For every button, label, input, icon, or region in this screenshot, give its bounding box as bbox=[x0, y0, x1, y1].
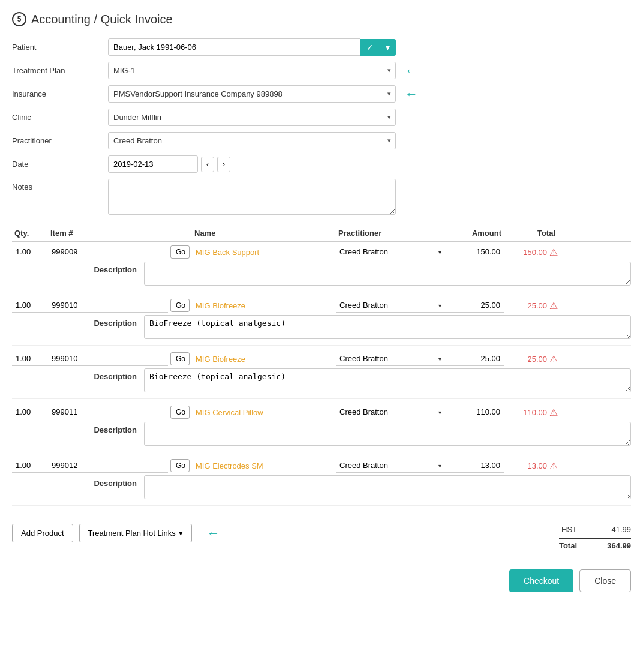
amount-input[interactable] bbox=[444, 352, 504, 366]
notes-textarea[interactable] bbox=[108, 179, 396, 215]
item-input[interactable] bbox=[48, 298, 168, 313]
header-total: Total bbox=[504, 229, 558, 238]
form-section: Patient ✓ ▾ Treatment Plan MIG-1 ▾ bbox=[12, 38, 631, 217]
line-item-3: Go MIG Cervical Pillow Creed Bratton ▾ 1… bbox=[12, 405, 631, 452]
practitioner-select[interactable]: Creed Bratton bbox=[336, 405, 444, 419]
item-name: MIG Electrodes SM bbox=[192, 459, 336, 473]
hotlinks-label: Treatment Plan Hot Links bbox=[88, 529, 176, 538]
header-item: Item # bbox=[48, 229, 168, 238]
close-button[interactable]: Close bbox=[579, 569, 631, 592]
footer-right: HST 41.99 Total 364.99 bbox=[559, 524, 631, 551]
item-input[interactable] bbox=[48, 352, 168, 366]
line-item-1: Go MIG Biofreeze Creed Bratton ▾ 25.00 ⚠… bbox=[12, 298, 631, 346]
date-prev-button[interactable]: ‹ bbox=[201, 157, 214, 172]
remove-button[interactable]: ⚠ bbox=[549, 353, 558, 365]
footer-section: Add Product Treatment Plan Hot Links ▾ ←… bbox=[12, 518, 631, 551]
remove-button[interactable]: ⚠ bbox=[549, 460, 558, 472]
total-row: Total 364.99 bbox=[559, 538, 631, 551]
description-row: Description bbox=[12, 422, 631, 452]
practitioner-select[interactable]: Creed Bratton bbox=[336, 458, 444, 473]
notes-label: Notes bbox=[12, 179, 108, 191]
header-qty: Qty. bbox=[12, 229, 48, 238]
total-label: Total bbox=[559, 541, 577, 550]
practitioner-select[interactable]: Creed Bratton bbox=[336, 245, 444, 259]
go-button[interactable]: Go bbox=[170, 299, 190, 312]
total-value: 25.00 bbox=[527, 355, 547, 364]
header-amount: Amount bbox=[444, 229, 504, 238]
patient-control: ✓ ▾ bbox=[108, 38, 396, 56]
practitioner-select[interactable]: Creed Bratton bbox=[108, 132, 396, 149]
item-name: MIG Biofreeze bbox=[192, 299, 336, 313]
item-name: MIG Biofreeze bbox=[192, 352, 336, 366]
qty-input[interactable] bbox=[12, 352, 48, 366]
description-input[interactable]: BioFreeze (topical analgesic) bbox=[144, 315, 631, 339]
treatment-plan-label: Treatment Plan bbox=[12, 66, 108, 75]
page-icon: 5 bbox=[12, 12, 26, 26]
line-items-container: Go MIG Back Support Creed Bratton ▾ 150.… bbox=[12, 245, 631, 506]
go-button[interactable]: Go bbox=[170, 245, 190, 259]
description-row: Description BioFreeze (topical analgesic… bbox=[12, 315, 631, 346]
notes-row: Notes bbox=[12, 179, 631, 217]
description-input[interactable] bbox=[144, 475, 631, 499]
amount-input[interactable] bbox=[444, 245, 504, 259]
description-label: Description bbox=[12, 368, 144, 381]
practitioner-select[interactable]: Creed Bratton bbox=[336, 298, 444, 313]
treatment-plan-select[interactable]: MIG-1 bbox=[108, 62, 396, 79]
description-label: Description bbox=[12, 315, 144, 328]
clinic-select[interactable]: Dunder Mifflin bbox=[108, 109, 396, 126]
date-input[interactable] bbox=[108, 155, 198, 173]
table-row: Go MIG Electrodes SM Creed Bratton ▾ 13.… bbox=[12, 458, 631, 473]
patient-dropdown-button[interactable]: ▾ bbox=[380, 39, 396, 56]
item-input[interactable] bbox=[48, 458, 168, 473]
qty-input[interactable] bbox=[12, 245, 48, 259]
description-row: Description bbox=[12, 475, 631, 506]
insurance-row: Insurance PMSVendorSupport Insurance Com… bbox=[12, 85, 631, 103]
total-value: 13.00 bbox=[527, 461, 547, 470]
item-name: MIG Back Support bbox=[192, 245, 336, 259]
date-next-button[interactable]: › bbox=[217, 157, 230, 172]
line-item-2: Go MIG Biofreeze Creed Bratton ▾ 25.00 ⚠… bbox=[12, 352, 631, 399]
total-value: 150.00 bbox=[523, 248, 547, 257]
remove-button[interactable]: ⚠ bbox=[549, 247, 558, 258]
checkout-button[interactable]: Checkout bbox=[509, 569, 573, 592]
prac-select-wrapper: Creed Bratton ▾ bbox=[336, 458, 444, 473]
prac-select-wrapper: Creed Bratton ▾ bbox=[336, 298, 444, 313]
amount-input[interactable] bbox=[444, 298, 504, 313]
table-header: Qty. Item # Name Practitioner Amount Tot… bbox=[12, 229, 631, 242]
description-row: Description bbox=[12, 262, 631, 292]
qty-input[interactable] bbox=[12, 405, 48, 419]
qty-input[interactable] bbox=[12, 298, 48, 313]
amount-input[interactable] bbox=[444, 458, 504, 473]
clinic-control: Dunder Mifflin ▾ bbox=[108, 109, 396, 126]
go-button[interactable]: Go bbox=[170, 352, 190, 365]
prac-select-wrapper: Creed Bratton ▾ bbox=[336, 352, 444, 366]
total-cell: 25.00 ⚠ bbox=[504, 300, 558, 311]
date-label: Date bbox=[12, 160, 108, 169]
amount-input[interactable] bbox=[444, 405, 504, 419]
item-input[interactable] bbox=[48, 245, 168, 259]
total-cell: 13.00 ⚠ bbox=[504, 460, 558, 472]
patient-check-button[interactable]: ✓ bbox=[360, 39, 380, 56]
hst-label: HST bbox=[561, 525, 577, 534]
treatment-plan-row: Treatment Plan MIG-1 ▾ ← bbox=[12, 62, 631, 79]
remove-button[interactable]: ⚠ bbox=[549, 300, 558, 311]
hotlinks-button[interactable]: Treatment Plan Hot Links ▾ bbox=[79, 524, 192, 542]
action-buttons: Checkout Close bbox=[12, 569, 631, 592]
remove-button[interactable]: ⚠ bbox=[549, 407, 558, 418]
insurance-select[interactable]: PMSVendorSupport Insurance Company 98989… bbox=[108, 85, 396, 103]
practitioner-select[interactable]: Creed Bratton bbox=[336, 352, 444, 366]
treatment-plan-control: MIG-1 ▾ bbox=[108, 62, 396, 79]
item-input[interactable] bbox=[48, 405, 168, 419]
footer-left: Add Product Treatment Plan Hot Links ▾ ← bbox=[12, 524, 220, 542]
add-product-button[interactable]: Add Product bbox=[12, 524, 73, 542]
notes-control bbox=[108, 179, 396, 217]
go-button[interactable]: Go bbox=[170, 459, 190, 472]
patient-input[interactable] bbox=[108, 38, 360, 56]
table-row: Go MIG Biofreeze Creed Bratton ▾ 25.00 ⚠ bbox=[12, 298, 631, 313]
description-input[interactable] bbox=[144, 262, 631, 286]
description-input[interactable]: BioFreeze (topical analgesic) bbox=[144, 368, 631, 392]
qty-input[interactable] bbox=[12, 458, 48, 473]
go-button[interactable]: Go bbox=[170, 406, 190, 419]
total-cell: 25.00 ⚠ bbox=[504, 353, 558, 365]
description-input[interactable] bbox=[144, 422, 631, 446]
